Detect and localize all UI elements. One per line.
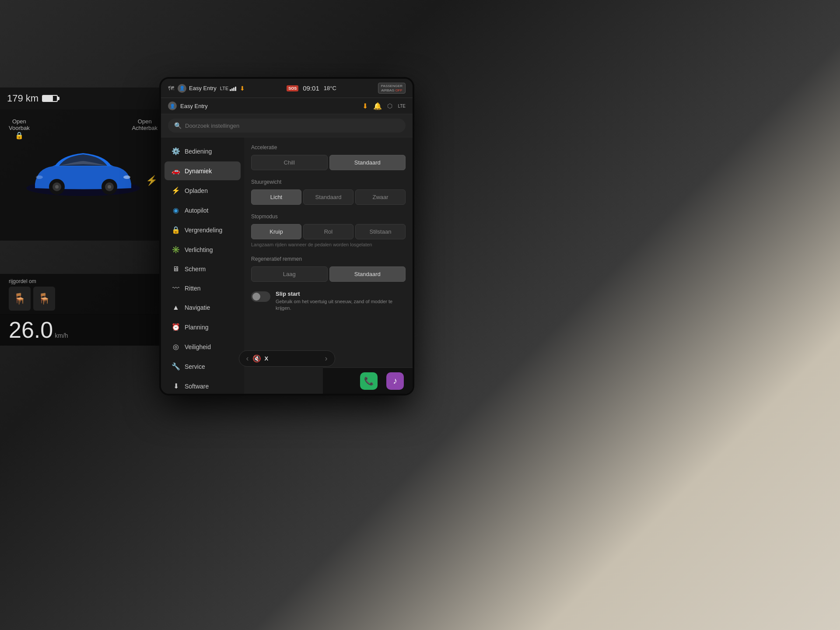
vol-right-arrow[interactable]: ›: [325, 354, 328, 363]
bediening-label: Bediening: [185, 148, 212, 155]
seat-item-1: 🪑: [9, 287, 31, 311]
bottom-info-label: rijgordel om: [9, 278, 158, 284]
km-display: 179 km: [7, 93, 58, 104]
svg-point-3: [55, 185, 59, 189]
sidebar-item-service[interactable]: 🔧 Service: [164, 357, 241, 376]
stuurgewicht-section: Stuurgewicht Licht Standaard Zwaar: [251, 179, 406, 205]
btn-standaard-stuur[interactable]: Standaard: [303, 189, 354, 205]
svg-point-7: [123, 175, 130, 179]
taskbar-music[interactable]: ♪: [386, 372, 404, 390]
charge-icon: ⚡: [146, 175, 158, 186]
btn-standaard-accel[interactable]: Standaard: [329, 155, 406, 170]
open-achterbak-label[interactable]: Open Achterbak: [132, 118, 158, 140]
sidebar-item-verlichting[interactable]: ✳️ Verlichting: [164, 240, 241, 259]
status-bar: 🗺 👤 Easy Entry LTE ⬇ SOS 09:01 18°C: [161, 79, 413, 98]
seat-icons: 🪑 🪑: [9, 287, 55, 311]
ritten-label: Ritten: [185, 285, 201, 292]
slip-start-label: Slip start: [276, 290, 406, 297]
regeneratief-section: Regeneratief remmen Laag Standaard: [251, 256, 406, 282]
vol-mute-icon[interactable]: 🔇: [252, 354, 261, 363]
svg-point-6: [108, 185, 111, 189]
sidebar-item-ritten[interactable]: 〰 Ritten: [164, 279, 241, 298]
acceleratie-label: Acceleratie: [251, 144, 406, 150]
btn-standaard-regen[interactable]: Standaard: [329, 266, 406, 282]
speed-unit: km/h: [55, 332, 68, 339]
map-icon: 🗺: [168, 85, 174, 92]
profile-name-top: Easy Entry: [189, 85, 217, 91]
dynamiek-label: Dynamiek: [185, 168, 212, 175]
slip-start-info: Slip start Gebruik om het voertuig uit s…: [276, 290, 406, 312]
lte-icon-sub: LTE: [398, 104, 406, 108]
km-value: 179 km: [7, 93, 38, 104]
scherm-icon: 🖥: [172, 265, 180, 273]
btn-laag[interactable]: Laag: [251, 266, 328, 282]
download-icon-sub[interactable]: ⬇: [362, 102, 368, 110]
bt-icon-sub[interactable]: ⬡: [387, 102, 392, 109]
btn-zwaar[interactable]: Zwaar: [355, 189, 406, 205]
download-icon-top: ⬇: [240, 85, 245, 92]
user-avatar-sub: 👤: [168, 102, 177, 110]
sub-header: 👤 Easy Entry ⬇ 🔔 ⬡ LTE: [161, 98, 413, 114]
planning-label: Planning: [185, 324, 209, 331]
verlichting-label: Verlichting: [185, 246, 213, 253]
vergrendeling-icon: 🔒: [172, 226, 180, 234]
sidebar-item-scherm[interactable]: 🖥 Scherm: [164, 260, 241, 278]
vol-left-arrow[interactable]: ‹: [246, 354, 249, 363]
car-svg: [22, 147, 144, 203]
speed-value: 26.0: [9, 317, 53, 343]
user-profile-top[interactable]: 👤 Easy Entry: [178, 84, 217, 93]
sub-header-left[interactable]: 👤 Easy Entry: [168, 102, 208, 110]
btn-stilstaan[interactable]: Stilstaan: [355, 224, 406, 239]
stuurgewicht-buttons: Licht Standaard Zwaar: [251, 189, 406, 205]
service-label: Service: [185, 363, 205, 370]
slip-start-toggle[interactable]: [251, 291, 270, 302]
service-icon: 🔧: [172, 362, 180, 371]
lte-signal: LTE: [220, 86, 236, 91]
car-top-bar: 179 km: [0, 88, 166, 109]
opladen-icon: ⚡: [172, 186, 180, 195]
sidebar-item-planning[interactable]: ⏰ Planning: [164, 318, 241, 336]
speed-readout: 26.0 km/h: [9, 317, 158, 343]
scherm-label: Scherm: [185, 266, 206, 273]
sidebar-item-bediening[interactable]: ⚙️ Bediening: [164, 142, 241, 161]
btn-chill[interactable]: Chill: [251, 155, 328, 170]
car-labels-row: Open Voorbak 🔒 Open Achterbak: [0, 118, 166, 140]
vergrendeling-label: Vergrendeling: [185, 227, 222, 234]
btn-rol[interactable]: Rol: [303, 224, 354, 239]
taskbar: 📞 ♪ ♫ T 1 ··· ⊞ 🎮: [323, 368, 413, 394]
acceleratie-buttons: Chill Standaard: [251, 155, 406, 170]
search-input[interactable]: [185, 122, 399, 129]
btn-licht[interactable]: Licht: [251, 189, 301, 205]
sidebar-item-dynamiek[interactable]: 🚗 Dynamiek: [164, 161, 241, 180]
tesla-screen: 🗺 👤 Easy Entry LTE ⬇ SOS 09:01 18°C: [161, 79, 413, 394]
navigatie-label: Navigatie: [185, 304, 210, 311]
search-input-wrap[interactable]: 🔍: [168, 119, 406, 133]
taskbar-phone[interactable]: 📞: [360, 372, 378, 390]
sidebar-item-vergrendeling[interactable]: 🔒 Vergrendeling: [164, 220, 241, 239]
sidebar-item-autopilot[interactable]: ◉ Autopilot: [164, 201, 241, 220]
temp-display: 18°C: [324, 85, 336, 91]
regeneratief-buttons: Laag Standaard: [251, 266, 406, 282]
sidebar-item-opladen[interactable]: ⚡ Opladen: [164, 181, 241, 200]
slip-start-toggle-row: Slip start Gebruik om het voertuig uit s…: [251, 290, 406, 312]
volume-bar: ‹ 🔇 X ›: [239, 350, 335, 367]
passenger-airbag-badge: PASSENGER AIRBAG OFF: [378, 83, 406, 94]
bell-icon-sub[interactable]: 🔔: [373, 102, 382, 110]
airbag-line2: AIRBAG OFF: [381, 88, 402, 93]
sidebar-item-navigatie[interactable]: ▲ Navigatie: [164, 298, 241, 317]
sidebar-item-veiligheid[interactable]: ◎ Veiligheid: [164, 337, 241, 356]
slip-start-description: Gebruik om het voertuig uit sneeuw, zand…: [276, 298, 406, 312]
seat-row: 🪑 🪑: [9, 287, 158, 311]
sos-badge: SOS: [287, 85, 298, 91]
btn-kruip[interactable]: Kruip: [251, 224, 301, 239]
signal-bar-2: [231, 88, 233, 91]
acceleratie-section: Acceleratie Chill Standaard: [251, 144, 406, 170]
profile-name-sub: Easy Entry: [180, 103, 208, 109]
sidebar-item-software[interactable]: ⬇ Software: [164, 377, 241, 394]
lte-text: LTE: [220, 86, 228, 91]
veiligheid-label: Veiligheid: [185, 343, 211, 350]
lock-icon: 🔒: [9, 131, 30, 140]
open-voorbak-label[interactable]: Open Voorbak 🔒: [9, 118, 30, 140]
bottom-info: rijgordel om 🪑 🪑: [0, 274, 166, 315]
toggle-thumb: [252, 293, 260, 301]
